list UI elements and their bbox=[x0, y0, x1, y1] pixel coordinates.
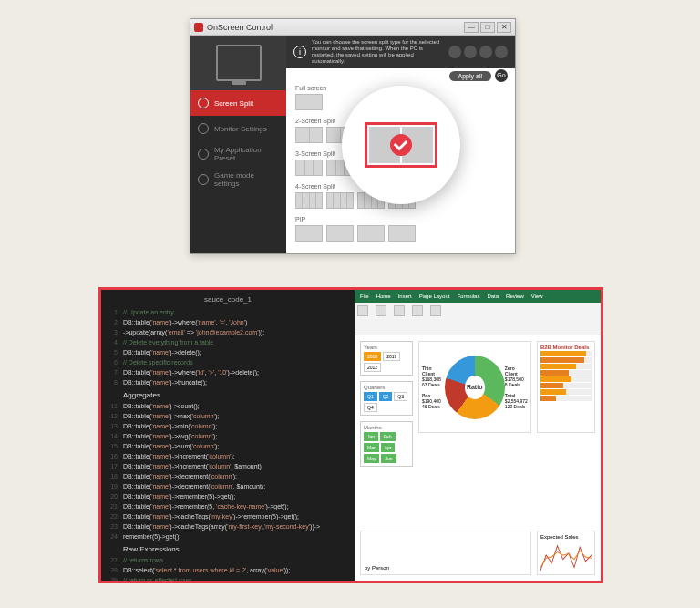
styles-icon[interactable] bbox=[430, 305, 441, 316]
metric-zero: Zero Client$178,5008 Deals bbox=[505, 366, 528, 387]
split-screen-demo: sauce_code_1 1// Update an entry2DB::tab… bbox=[98, 287, 603, 583]
align-icon[interactable] bbox=[394, 305, 405, 316]
code-line[interactable]: 1// Update an entry bbox=[105, 307, 351, 317]
onscreen-control-window: OnScreen Control — □ ✕ Screen Split Moni… bbox=[190, 18, 516, 254]
sidebar: Screen Split Monitor Settings My Applica… bbox=[190, 36, 286, 253]
donut-icon: Ratio bbox=[445, 356, 505, 419]
sidebar-item-app-preset[interactable]: My Application Preset bbox=[190, 141, 286, 167]
section-pip: PIP bbox=[295, 216, 506, 222]
code-line[interactable]: 28DB::select('select * from users where … bbox=[105, 565, 351, 575]
sidebar-item-game-mode[interactable]: Game mode settings bbox=[190, 167, 286, 192]
code-line[interactable]: 16DB::table('name')->increment('column')… bbox=[105, 451, 351, 461]
excel-pane[interactable]: FileHomeInsertPage LayoutFormulasDataRev… bbox=[355, 290, 601, 581]
code-line[interactable]: 23DB::table('name')->cacheTags(array('my… bbox=[105, 521, 351, 531]
code-line[interactable]: 19DB::table('name')->decrement('column',… bbox=[105, 481, 351, 491]
sidebar-item-monitor-settings[interactable]: Monitor Settings bbox=[190, 116, 286, 141]
editor-tab[interactable]: sauce_code_1 bbox=[105, 295, 351, 304]
excel-ribbon: FileHomeInsertPage LayoutFormulasDataRev… bbox=[355, 290, 601, 335]
minimize-button[interactable]: — bbox=[464, 22, 479, 33]
font-icon[interactable] bbox=[376, 305, 386, 316]
go-button[interactable]: Go bbox=[495, 69, 508, 82]
code-editor-pane[interactable]: sauce_code_1 1// Update an entry2DB::tab… bbox=[101, 290, 355, 581]
code-line[interactable]: 7DB::table('name')->where('id', '>', '10… bbox=[105, 367, 351, 377]
layout-full[interactable] bbox=[295, 94, 323, 110]
game-icon bbox=[198, 174, 209, 185]
split-icon bbox=[198, 98, 209, 108]
filter-years[interactable]: Years 201820192012 bbox=[360, 341, 413, 376]
titlebar[interactable]: OnScreen Control — □ ✕ bbox=[190, 19, 515, 36]
ribbon-tab[interactable]: View bbox=[531, 294, 543, 299]
ribbon-tab[interactable]: Formulas bbox=[457, 294, 479, 299]
layout-pip-d[interactable] bbox=[388, 225, 416, 242]
content-pane: i You can choose the screen split type f… bbox=[286, 36, 515, 253]
code-line[interactable]: 8DB::table('name')->truncate(); bbox=[105, 377, 351, 387]
code-line[interactable]: 4// Delete everything from a table bbox=[105, 337, 351, 347]
monitor-preview bbox=[190, 36, 286, 90]
layout-pip-b[interactable] bbox=[326, 225, 354, 242]
ribbon-tab[interactable]: Page Layout bbox=[419, 294, 450, 299]
ribbon-tab[interactable]: Review bbox=[506, 294, 524, 299]
code-line[interactable]: 18DB::table('name')->decrement('column')… bbox=[105, 471, 351, 481]
option-button-2[interactable] bbox=[464, 46, 477, 58]
layout-2a[interactable] bbox=[295, 127, 323, 143]
metric-box: Box$190,40046 Deals bbox=[422, 393, 445, 409]
apply-all-button[interactable]: Apply all bbox=[449, 71, 491, 81]
layout-pip-a[interactable] bbox=[295, 225, 323, 242]
ribbon-tab[interactable]: Home bbox=[376, 294, 391, 299]
code-line[interactable]: 17DB::table('name')->increment('column',… bbox=[105, 461, 351, 471]
info-text: You can choose the screen split type for… bbox=[312, 39, 443, 66]
ribbon-tab[interactable]: File bbox=[360, 294, 369, 299]
info-bar: i You can choose the screen split type f… bbox=[286, 36, 515, 68]
paste-icon[interactable] bbox=[357, 305, 368, 316]
layout-4a[interactable] bbox=[295, 192, 323, 209]
code-line[interactable]: 12DB::table('name')->max('column'); bbox=[105, 411, 351, 421]
layout-3a[interactable] bbox=[295, 160, 323, 176]
dashboard-sheet: Years 201820192012 Quarters Q1Q2Q3Q4 Mon… bbox=[355, 335, 601, 581]
donut-chart: Thin Client$168,30863 Deals Box$190,4004… bbox=[418, 341, 531, 433]
code-line[interactable]: 6// Delete specific records bbox=[105, 357, 351, 367]
number-icon[interactable] bbox=[412, 305, 423, 316]
layout-4b[interactable] bbox=[326, 192, 354, 209]
ribbon-tab[interactable]: Insert bbox=[398, 294, 412, 299]
option-button-1[interactable] bbox=[448, 46, 461, 58]
window-title: OnScreen Control bbox=[207, 23, 464, 32]
code-line[interactable]: 21DB::table('name')->remember(5, 'cache-… bbox=[105, 501, 351, 511]
check-icon bbox=[390, 134, 412, 156]
option-button-4[interactable] bbox=[495, 46, 508, 58]
zoom-lens bbox=[342, 86, 460, 204]
ribbon-tab[interactable]: Data bbox=[487, 294, 499, 299]
preset-icon bbox=[198, 149, 209, 160]
metric-thin: Thin Client$168,30863 Deals bbox=[422, 366, 445, 387]
app-icon bbox=[194, 23, 203, 32]
code-line[interactable]: 13DB::table('name')->min('column'); bbox=[105, 421, 351, 431]
info-icon: i bbox=[293, 46, 306, 58]
code-line[interactable]: 2DB::table('name')->where('name', '=', '… bbox=[105, 317, 351, 327]
line-chart: Expected Sales bbox=[537, 531, 595, 575]
maximize-button[interactable]: □ bbox=[480, 22, 495, 33]
filter-months[interactable]: Months JanFebMarAprMayJun bbox=[360, 421, 413, 467]
option-button-3[interactable] bbox=[479, 46, 492, 58]
ribbon-tabs[interactable]: FileHomeInsertPage LayoutFormulasDataRev… bbox=[355, 290, 601, 303]
vbar-chart: by Person bbox=[360, 531, 531, 575]
code-line[interactable]: 3 ->update(array('email' => 'john@exampl… bbox=[105, 327, 351, 337]
hbar-chart: B2B Monitor Deals bbox=[537, 341, 595, 433]
code-line[interactable]: 24remember(5)->get(); bbox=[105, 531, 351, 541]
code-line[interactable]: 27// returns rows bbox=[105, 555, 351, 565]
code-line[interactable]: 11DB::table('name')->count(); bbox=[105, 401, 351, 411]
filter-quarters[interactable]: Quarters Q1Q2Q3Q4 bbox=[360, 381, 413, 416]
sidebar-item-screen-split[interactable]: Screen Split bbox=[190, 90, 286, 116]
layout-pip-c[interactable] bbox=[357, 225, 385, 242]
close-button[interactable]: ✕ bbox=[497, 22, 511, 33]
code-line[interactable]: 22DB::table('name')->cacheTags('my-key')… bbox=[105, 511, 351, 521]
code-line[interactable]: 14DB::table('name')->avg('column'); bbox=[105, 431, 351, 441]
code-line[interactable]: 29// return nr affected rows bbox=[105, 575, 351, 581]
code-line[interactable]: 5DB::table('name')->delete(); bbox=[105, 347, 351, 357]
code-line[interactable]: 15DB::table('name')->sum('column'); bbox=[105, 441, 351, 451]
code-line[interactable]: 20DB::table('name')->remember(5)->get(); bbox=[105, 491, 351, 501]
metric-total: Total$2,554,972120 Deals bbox=[505, 393, 528, 409]
gear-icon bbox=[198, 123, 209, 134]
